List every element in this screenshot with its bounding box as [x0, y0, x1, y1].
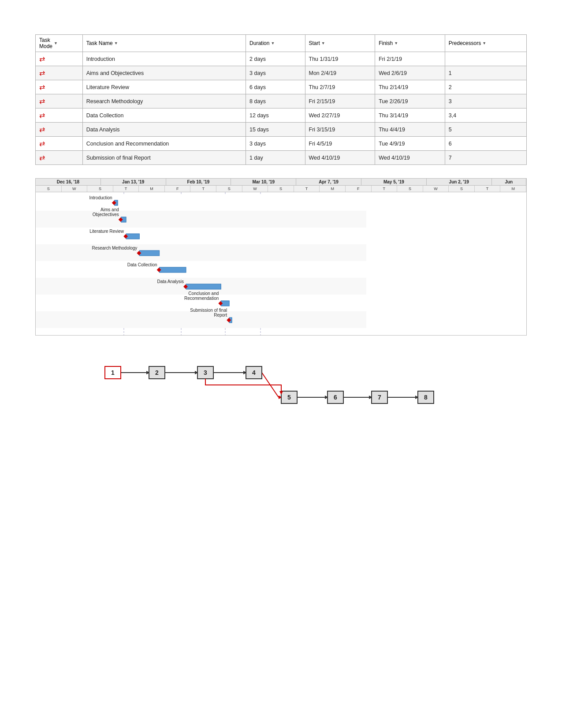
gantt-days: SWSTMFTSWSTMFTSWSTM	[36, 186, 526, 192]
gantt-day-label: T	[190, 186, 216, 192]
task-pred-cell: 3,4	[445, 108, 526, 123]
gantt-day-label: W	[423, 186, 449, 192]
gantt-day-label: W	[62, 186, 88, 192]
gantt-body: IntroductionAims andObjectectivesLiterat…	[36, 192, 526, 335]
network-diagram: 12345678	[35, 353, 527, 415]
svg-text:Objectectives: Objectectives	[93, 212, 119, 217]
task-finish-cell: Wed 2/6/19	[375, 66, 445, 80]
gantt-period-label: May 5, '19	[361, 179, 427, 185]
gantt-period-label: Mar 10, '19	[231, 179, 296, 185]
svg-text:2: 2	[155, 369, 159, 376]
gantt-day-label: F	[165, 186, 191, 192]
task-finish-cell: Thu 2/14/19	[375, 80, 445, 94]
svg-rect-17	[36, 244, 366, 261]
svg-text:Report: Report	[214, 313, 227, 317]
svg-text:4: 4	[252, 369, 256, 376]
svg-text:Conclusion and: Conclusion and	[188, 291, 219, 296]
gantt-day-label: F	[346, 186, 372, 192]
task-mode-cell: ⇄	[36, 123, 83, 137]
task-duration-cell: 2 days	[246, 52, 305, 66]
task-finish-cell: Tue 4/9/19	[375, 137, 445, 151]
col-predecessors[interactable]: Predecessors ▼	[445, 35, 526, 52]
gantt-period-label: Jun	[492, 179, 526, 185]
gantt-header: Dec 16, '18Jan 13, '19Feb 10, '19Mar 10,…	[36, 179, 526, 186]
gantt-day-label: T	[475, 186, 501, 192]
task-name-cell: Data Analysis	[82, 123, 246, 137]
svg-text:8: 8	[424, 394, 428, 401]
gantt-day-label: S	[36, 186, 62, 192]
task-finish-cell: Fri 2/1/19	[375, 52, 445, 66]
svg-rect-26	[186, 284, 221, 289]
table-row: ⇄ Research Methodology 8 days Fri 2/15/1…	[36, 94, 527, 108]
task-duration-cell: 1 day	[246, 151, 305, 165]
gantt-day-label: T	[294, 186, 320, 192]
task-name-cell: Literature Review	[82, 80, 246, 94]
svg-text:Recommendation: Recommendation	[184, 296, 219, 301]
task-finish-cell: Thu 4/4/19	[375, 123, 445, 137]
gantt-chart: Dec 16, '18Jan 13, '19Feb 10, '19Mar 10,…	[35, 178, 527, 336]
task-start-cell: Fri 4/5/19	[305, 137, 375, 151]
gantt-day-label: M	[139, 186, 165, 192]
gantt-period-label: Dec 16, '18	[36, 179, 101, 185]
task-mode-cell: ⇄	[36, 80, 83, 94]
task-pred-cell: 5	[445, 123, 526, 137]
table-row: ⇄ Submission of final Report 1 day Wed 4…	[36, 151, 527, 165]
gantt-day-label: M	[320, 186, 346, 192]
task-name-cell: Data Collection	[82, 108, 246, 123]
col-task-mode[interactable]: TaskMode ▼	[36, 35, 83, 52]
svg-text:1: 1	[111, 369, 115, 376]
col-task-name[interactable]: Task Name ▼	[82, 35, 246, 52]
task-start-cell: Mon 2/4/19	[305, 66, 375, 80]
task-name-cell: Submission of final Report	[82, 151, 246, 165]
task-mode-cell: ⇄	[36, 94, 83, 108]
svg-text:Data Analysis: Data Analysis	[157, 279, 184, 284]
table-row: ⇄ Aims and Objectectives 3 days Mon 2/4/…	[36, 66, 527, 80]
gantt-day-label: S	[216, 186, 242, 192]
task-mode-cell: ⇄	[36, 52, 83, 66]
gantt-day-label: T	[372, 186, 398, 192]
svg-text:6: 6	[334, 394, 337, 401]
gantt-period-label: Jan 13, '19	[101, 179, 166, 185]
task-name-cell: Aims and Objectectives	[82, 66, 246, 80]
task-pred-cell	[445, 52, 526, 66]
gantt-day-label: T	[113, 186, 139, 192]
table-row: ⇄ Conclusion and Recommendation 3 days F…	[36, 137, 527, 151]
col-finish[interactable]: Finish ▼	[375, 35, 445, 52]
svg-rect-22	[160, 267, 186, 273]
gantt-period-label: Jun 2, '19	[427, 179, 492, 185]
svg-text:Aims and: Aims and	[100, 207, 119, 212]
task-duration-cell: 8 days	[246, 94, 305, 108]
task-name-cell: Research Methodology	[82, 94, 246, 108]
task-mode-cell: ⇄	[36, 137, 83, 151]
task-start-cell: Wed 2/27/19	[305, 108, 375, 123]
svg-rect-34	[36, 311, 366, 328]
svg-text:Data Collection: Data Collection	[127, 262, 157, 267]
task-mode-cell: ⇄	[36, 108, 83, 123]
gantt-period-label: Feb 10, '19	[166, 179, 231, 185]
svg-text:Introduction: Introduction	[89, 195, 112, 200]
col-duration[interactable]: Duration ▼	[246, 35, 305, 52]
svg-text:5: 5	[287, 394, 291, 401]
svg-rect-14	[126, 234, 139, 239]
svg-rect-4	[36, 194, 366, 211]
task-start-cell: Thu 1/31/19	[305, 52, 375, 66]
gantt-period-label: Apr 7, '19	[296, 179, 361, 185]
col-start[interactable]: Start ▼	[305, 35, 375, 52]
task-pred-cell: 3	[445, 94, 526, 108]
task-start-cell: Thu 2/7/19	[305, 80, 375, 94]
gantt-day-label: S	[268, 186, 294, 192]
gantt-day-label: S	[397, 186, 423, 192]
gantt-day-label: W	[242, 186, 268, 192]
task-pred-cell: 7	[445, 151, 526, 165]
svg-text:Submission of final: Submission of final	[190, 308, 227, 313]
svg-text:Research Methodology: Research Methodology	[92, 246, 137, 250]
task-duration-cell: 3 days	[246, 137, 305, 151]
svg-text:3: 3	[204, 369, 207, 376]
gantt-day-label: S	[87, 186, 113, 192]
task-duration-cell: 3 days	[246, 66, 305, 80]
gantt-day-label: M	[500, 186, 526, 192]
task-start-cell: Wed 4/10/19	[305, 151, 375, 165]
task-duration-cell: 15 days	[246, 123, 305, 137]
table-row: ⇄ Introduction 2 days Thu 1/31/19 Fri 2/…	[36, 52, 527, 66]
table-row: ⇄ Data Collection 12 days Wed 2/27/19 Th…	[36, 108, 527, 123]
